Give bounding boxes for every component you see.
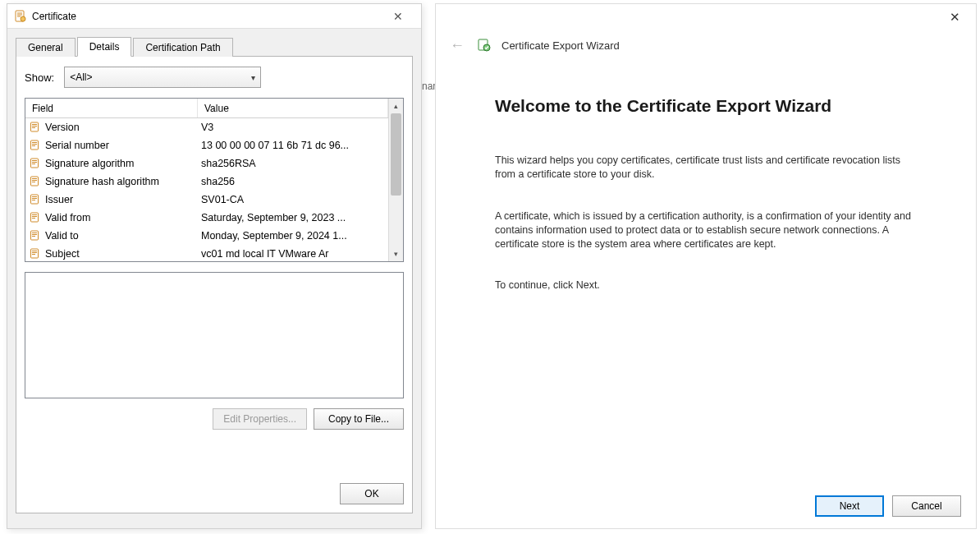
svg-rect-27: [32, 232, 37, 233]
wizard-close-button[interactable]: ✕: [940, 7, 969, 28]
svg-rect-17: [32, 182, 35, 182]
svg-rect-11: [32, 160, 37, 161]
table-row[interactable]: Serial number13 00 00 00 07 11 6b 71 dc …: [25, 136, 388, 154]
svg-rect-31: [32, 251, 37, 251]
certificate-tabs: General Details Certification Path: [16, 34, 413, 57]
certificate-title: Certificate: [32, 11, 76, 22]
details-tab-body: Show: <All> ▾ Field Value VersionV3Seria…: [16, 57, 413, 513]
background-truncated-text: nar: [422, 81, 436, 92]
svg-rect-28: [32, 234, 37, 235]
table-row[interactable]: Signature algorithmsha256RSA: [25, 154, 388, 173]
svg-rect-26: [31, 231, 39, 240]
svg-rect-9: [32, 145, 35, 146]
chevron-down-icon: ▾: [251, 73, 255, 82]
wizard-cert-icon: [477, 38, 492, 53]
next-button[interactable]: Next: [815, 495, 884, 517]
field-value: Monday, September 9, 2024 1...: [201, 230, 388, 242]
show-row: Show: <All> ▾: [16, 57, 412, 94]
tab-details[interactable]: Details: [77, 37, 132, 57]
svg-point-1: [21, 16, 25, 21]
field-doc-icon: [29, 211, 42, 224]
field-name: Valid to: [45, 230, 201, 242]
copy-to-file-button[interactable]: Copy to File...: [314, 408, 404, 430]
show-label: Show:: [25, 71, 54, 84]
svg-rect-15: [32, 178, 37, 179]
svg-rect-6: [31, 140, 39, 150]
svg-rect-22: [31, 213, 39, 222]
svg-rect-30: [31, 249, 39, 258]
svg-rect-8: [32, 144, 37, 145]
wizard-paragraph-3: To continue, click Next.: [495, 279, 923, 292]
column-field[interactable]: Field: [25, 99, 198, 117]
certificate-titlebar: Certificate ✕: [7, 4, 421, 29]
cancel-button[interactable]: Cancel: [892, 495, 961, 517]
table-row[interactable]: Subjectvc01 md local IT VMware Ar: [25, 245, 388, 261]
scrollbar-thumb[interactable]: [391, 113, 401, 196]
field-name: Signature algorithm: [45, 158, 201, 169]
wizard-paragraph-1: This wizard helps you copy certificates,…: [495, 154, 923, 182]
certificate-icon: [14, 10, 27, 23]
wizard-title: Certificate Export Wizard: [501, 39, 620, 52]
show-dropdown[interactable]: <All> ▾: [64, 67, 261, 88]
details-button-row: Edit Properties... Copy to File...: [16, 398, 412, 430]
field-doc-icon: [29, 247, 42, 260]
field-name: Serial number: [45, 140, 201, 151]
field-value: vc01 md local IT VMware Ar: [201, 248, 388, 260]
wizard-footer: Next Cancel: [815, 495, 961, 517]
svg-rect-21: [32, 200, 35, 200]
field-doc-icon: [29, 121, 42, 134]
svg-rect-25: [32, 218, 35, 219]
field-doc-icon: [29, 139, 42, 152]
wizard-header: ← Certificate Export Wizard: [436, 30, 976, 63]
svg-rect-4: [32, 126, 37, 127]
wizard-paragraph-2: A certificate, which is issued by a cert…: [495, 209, 923, 251]
svg-rect-32: [32, 252, 37, 253]
field-doc-icon: [29, 193, 42, 206]
table-row[interactable]: Valid toMonday, September 9, 2024 1...: [25, 227, 388, 245]
field-detail-textbox[interactable]: [25, 272, 404, 398]
wizard-heading: Welcome to the Certificate Export Wizard: [495, 96, 923, 116]
ok-button[interactable]: OK: [340, 483, 404, 504]
export-wizard-dialog: ✕ ← Certificate Export Wizard Welcome to…: [435, 3, 977, 529]
field-name: Valid from: [45, 212, 201, 223]
svg-rect-16: [32, 180, 37, 181]
svg-rect-14: [31, 177, 39, 186]
svg-rect-20: [32, 198, 37, 199]
table-row[interactable]: VersionV3: [25, 118, 388, 136]
wizard-titlebar: ✕: [436, 4, 976, 30]
svg-rect-3: [32, 124, 37, 125]
scroll-down-icon[interactable]: ▾: [389, 246, 403, 261]
field-name: Version: [45, 122, 201, 133]
show-dropdown-value: <All>: [70, 71, 92, 83]
edit-properties-button: Edit Properties...: [213, 408, 307, 430]
wizard-content: Welcome to the Certificate Export Wizard…: [436, 63, 976, 292]
scroll-up-icon[interactable]: ▴: [389, 99, 403, 113]
table-row[interactable]: Signature hash algorithmsha256: [25, 173, 388, 191]
field-value: Saturday, September 9, 2023 ...: [201, 212, 388, 223]
field-value: sha256: [201, 176, 388, 187]
field-name: Signature hash algorithm: [45, 176, 201, 187]
field-value: sha256RSA: [201, 158, 388, 169]
certificate-close-button[interactable]: ✕: [382, 5, 414, 28]
field-doc-icon: [29, 175, 42, 188]
svg-rect-10: [31, 159, 39, 168]
tab-general[interactable]: General: [16, 38, 76, 57]
field-value: SV01-CA: [201, 194, 388, 205]
field-value: 13 00 00 00 07 11 6b 71 dc 96...: [201, 140, 388, 151]
field-doc-icon: [29, 229, 42, 242]
svg-rect-12: [32, 162, 37, 163]
table-row[interactable]: IssuerSV01-CA: [25, 191, 388, 209]
svg-rect-2: [31, 122, 39, 131]
tab-certification-path[interactable]: Certification Path: [133, 38, 232, 57]
svg-rect-23: [32, 214, 37, 215]
table-row[interactable]: Valid fromSaturday, September 9, 2023 ..…: [25, 209, 388, 227]
svg-rect-7: [32, 142, 37, 143]
svg-rect-24: [32, 216, 37, 217]
back-arrow-icon[interactable]: ←: [447, 35, 467, 55]
fields-scrollbar[interactable]: ▴ ▾: [388, 99, 403, 261]
svg-rect-5: [32, 127, 35, 128]
ok-row: OK: [340, 483, 404, 504]
svg-rect-19: [32, 196, 37, 197]
fields-header: Field Value: [25, 99, 388, 118]
column-value[interactable]: Value: [198, 99, 388, 117]
